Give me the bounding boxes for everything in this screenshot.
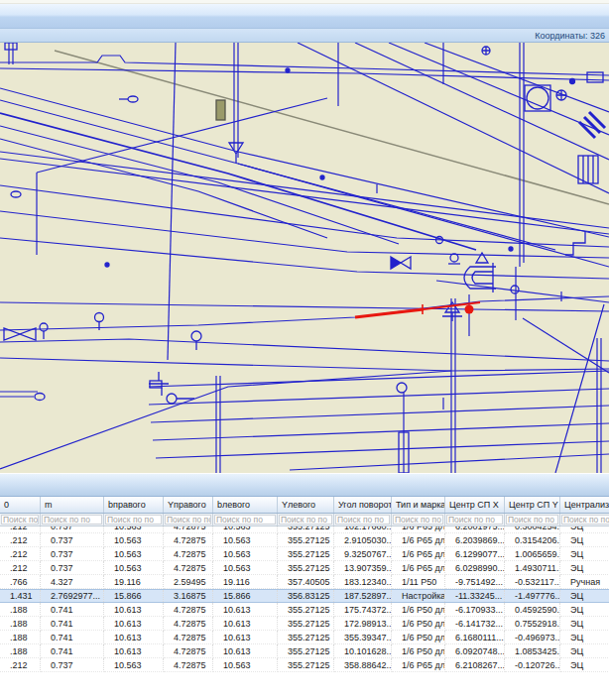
table-cell: 10.613 [104,603,164,617]
table-cell: -9.751492... [445,575,505,589]
table-cell: 4.72875 [164,561,213,575]
table-cell: 10.613 [104,644,164,658]
filter-cell-9: Поиск по по [505,514,560,525]
header-cell-7[interactable]: Тип и марка [392,497,445,513]
filter-cell-5: Поиск по по [278,514,334,525]
table-row-3[interactable]: .2120.73710.5634.7287510.563355.2712513.… [0,561,609,575]
table-cell: 1.0065659... [505,547,560,561]
table-cell: ЭЦ [560,547,609,561]
table-cell: 1/6 Р50 дл... [392,603,445,617]
toolbar [0,4,609,29]
header-cell-4[interactable]: bлевого [213,497,278,513]
table-row-7[interactable]: .1880.74110.6134.7287510.613355.27125172… [0,617,609,631]
table-cell: 2.9105030... [334,533,392,547]
table-cell: .188 [0,631,41,644]
table-cell: 355.27125 [278,561,334,575]
table-cell: 10.613 [213,617,278,631]
table-cell: 4.72875 [164,631,213,644]
table-row-0[interactable]: .2120.73710.5634.7287510.563355.27125102… [0,526,609,533]
header-cell-8[interactable]: Центр СП X [445,497,505,513]
header-cell-2[interactable]: bправого [104,497,164,513]
table-cell: 4.72875 [164,526,213,533]
table-cell: 355.27125 [278,526,334,533]
table-cell: -6.141732... [445,617,505,631]
table-cell: Ручная [560,575,609,589]
table-row-4[interactable]: .7664.32719.1162.5949519.116357.40505183… [0,575,609,589]
table-cell: 10.613 [213,603,278,617]
table-row-2[interactable]: .2120.73710.5634.7287510.563355.271259.3… [0,547,609,561]
header-cell-1[interactable]: m [41,497,104,513]
splitter-bar[interactable] [0,473,609,497]
table-cell: 1.4930711... [505,561,560,575]
filter-input-2[interactable]: Поиск по по [105,515,162,525]
table-cell: ЭЦ [560,526,609,533]
table-cell: 356.83125 [278,590,334,602]
table-cell: 15.866 [213,590,278,602]
filter-cell-3: Поиск по по [164,514,213,525]
table-row-1[interactable]: .2120.73710.5634.7287510.563355.271252.9… [0,533,609,547]
filter-input-8[interactable]: Поиск по по [446,515,503,525]
table-cell: 355.27125 [278,533,334,547]
table-cell: 10.613 [213,644,278,658]
table-cell: 1/6 Р50 дл... [392,631,445,644]
table-cell: 4.327 [41,575,104,589]
table-cell: 0.741 [41,603,104,617]
header-cell-10[interactable]: Централиз [560,497,609,513]
filter-input-0[interactable]: Поиск по по [1,515,39,525]
table-cell: 10.563 [104,547,164,561]
filter-cell-1: Поиск по по [41,514,104,525]
header-cell-5[interactable]: Yлевого [278,497,334,513]
table-cell: 0.737 [41,526,104,533]
table-cell: .212 [0,561,41,575]
status-bar: Координаты: 326 [0,29,609,43]
table-cell: ЭЦ [560,533,609,547]
table-cell: .212 [0,547,41,561]
table-cell: ЭЦ [560,590,609,602]
table-cell: .188 [0,644,41,658]
table-cell: ЭЦ [560,603,609,617]
header-cell-6[interactable]: Угол поворот [334,497,392,513]
filter-input-10[interactable]: Поиск по по [561,515,609,525]
table-cell: 1/6 Р65 дл... [392,526,445,533]
table-cell: 187.52897... [334,590,392,602]
grid-body[interactable]: .2120.73710.5634.7287510.563355.27125102… [0,526,609,699]
table-cell: 0.737 [41,658,104,672]
header-cell-0[interactable]: 0 [0,497,41,513]
table-cell: Настройка [392,590,445,602]
table-cell: 0.741 [41,631,104,644]
table-cell: .212 [0,526,41,533]
filter-input-5[interactable]: Поиск по по [279,515,332,525]
filter-input-4[interactable]: Поиск по по [214,515,276,525]
grid-header-row: 0mbправогоYправогоbлевогоYлевогоУгол пов… [0,497,609,514]
table-row-9[interactable]: .1880.74110.6134.7287510.613355.2712510.… [0,644,609,658]
table-cell: 10.563 [104,533,164,547]
track-schematic-canvas[interactable] [0,43,609,473]
coordinates-readout: Координаты: 326 [535,31,605,41]
table-cell: .212 [0,533,41,547]
filter-input-7[interactable]: Поиск по по [393,515,443,525]
table-cell: 6.2001975... [445,526,505,533]
table-row-8[interactable]: .1880.74110.6134.7287510.613355.27125355… [0,631,609,644]
table-cell: 2.7692977... [41,590,104,602]
filter-cell-8: Поиск по по [445,514,505,525]
table-row-5[interactable]: 1.4312.7692977...15.8663.1687515.866356.… [0,589,609,603]
table-cell: ЭЦ [560,658,609,672]
table-row-6[interactable]: .1880.74110.6134.7287510.613355.27125175… [0,603,609,617]
table-cell: 10.563 [213,561,278,575]
table-row-10[interactable]: .2120.73710.5634.7287510.563355.27125358… [0,658,609,672]
filter-input-3[interactable]: Поиск по по [165,515,211,525]
table-cell: 6.2039869... [445,533,505,547]
header-cell-3[interactable]: Yправого [164,497,213,513]
filter-input-9[interactable]: Поиск по по [506,515,558,525]
filter-input-6[interactable]: Поиск по по [335,515,390,525]
filter-cell-10: Поиск по по [560,514,609,525]
grid-rows-wrap: .2120.73710.5634.7287510.563355.27125102… [0,526,609,672]
table-cell: 0.4592590... [505,603,560,617]
table-cell: 3.16875 [164,590,213,602]
insulated-joint-symbol [216,100,225,120]
table-cell: 355.27125 [278,547,334,561]
filter-input-1[interactable]: Поиск по по [42,515,102,525]
header-cell-9[interactable]: Центр СП Y [505,497,560,513]
table-cell: 0.737 [41,547,104,561]
table-cell: 1/6 Р50 дл... [392,617,445,631]
